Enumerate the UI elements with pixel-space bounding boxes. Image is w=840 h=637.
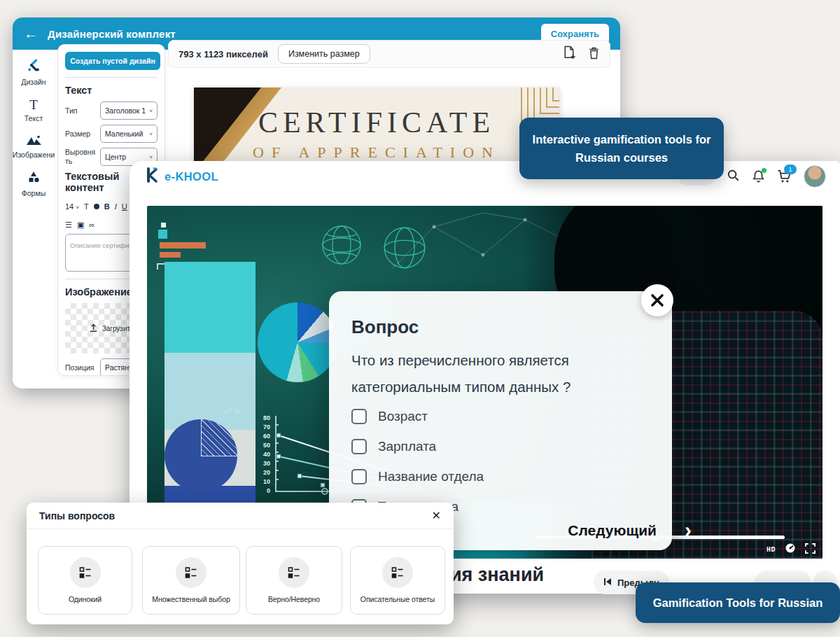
shapes-icon xyxy=(27,171,40,186)
cart-icon[interactable]: 1 xyxy=(777,169,792,183)
insert-image-icon[interactable]: ▣ xyxy=(77,218,84,232)
list-icon[interactable]: ☰ xyxy=(65,218,72,232)
checklist-icon xyxy=(391,566,404,579)
icon-circle xyxy=(382,557,413,588)
delete-page-icon[interactable] xyxy=(588,46,600,63)
cart-count-badge: 1 xyxy=(784,164,797,174)
search-icon[interactable] xyxy=(727,169,740,185)
knowledge-heading-fragment: ия знаний xyxy=(450,564,544,586)
create-blank-design-button[interactable]: Создать пустой дизайн xyxy=(65,52,160,70)
size-select[interactable]: Маленький ˅ xyxy=(100,125,158,143)
quiz-option[interactable]: Название отдела xyxy=(351,469,484,484)
quiz-title: Вопрос xyxy=(351,316,419,338)
question-types-header: Типы вопросов ✕ xyxy=(27,503,454,529)
checklist-icon xyxy=(185,566,197,579)
italic-button[interactable]: I xyxy=(115,200,117,214)
chevron-down-icon: ˅ xyxy=(149,154,153,160)
chevron-right-icon[interactable]: › xyxy=(685,519,692,540)
type-select[interactable]: Заголовок 1 ˅ xyxy=(100,102,158,120)
hd-quality-button[interactable]: HD xyxy=(766,546,776,554)
notifications-bell-icon[interactable] xyxy=(752,169,765,183)
chevron-down-icon: ˅ xyxy=(149,131,153,137)
sidebar-item-design[interactable]: Дизайн xyxy=(13,58,55,86)
skip-previous-icon xyxy=(603,578,612,588)
align-label: Выровнять xyxy=(65,148,96,165)
chevron-down-icon: ˅ xyxy=(149,108,153,114)
add-page-icon[interactable] xyxy=(562,46,575,63)
text-section-title: Текст xyxy=(65,85,158,96)
icon-circle xyxy=(70,557,101,588)
icon-circle xyxy=(176,557,206,588)
sidebar-item-text[interactable]: T Текст xyxy=(13,98,55,122)
text-color-icon[interactable] xyxy=(94,204,99,209)
blue-pie-chart-graphic xyxy=(164,419,237,492)
divider xyxy=(65,77,158,78)
canvas-size-label: 793 x 1123 пикселей xyxy=(178,49,268,59)
checkbox[interactable] xyxy=(351,439,367,454)
quiz-option[interactable]: Возраст xyxy=(351,409,484,424)
playback-speed-icon[interactable] xyxy=(785,542,796,556)
design-tools-icon xyxy=(27,58,41,75)
notification-dot xyxy=(762,168,766,173)
design-kit-title: Дизайнерский комплект xyxy=(48,28,176,40)
underline-button[interactable]: U xyxy=(122,200,127,214)
question-type-card-descriptive[interactable]: Описательные ответы xyxy=(350,546,445,615)
user-avatar[interactable] xyxy=(804,165,826,188)
ekhool-logo[interactable]: e-KHOOL xyxy=(144,167,218,186)
link-icon[interactable]: ∞ xyxy=(89,218,94,232)
question-type-card-single[interactable]: Одинокий xyxy=(38,546,132,615)
checkbox[interactable] xyxy=(351,409,367,424)
resize-button[interactable]: Изменить размер xyxy=(278,44,370,64)
quiz-options: Возраст Зарплата Название отдела Темпера… xyxy=(351,409,484,514)
text-style-button[interactable]: T xyxy=(84,200,89,214)
question-types-modal: Типы вопросов ✕ Одинокий Множественный в… xyxy=(27,503,454,624)
ekhool-header: e-KHOOL нием 1 xyxy=(130,161,840,192)
question-type-card-multiple[interactable]: Множественный выбор xyxy=(142,546,240,615)
checkbox[interactable] xyxy=(351,469,367,484)
design-sidebar: Дизайн T Текст Изображени Формы xyxy=(13,58,55,197)
type-label: Тип xyxy=(65,106,96,115)
icon-circle xyxy=(279,557,309,588)
globe-icon xyxy=(321,224,363,266)
callout-top: Interactive gamification tools for Russi… xyxy=(519,118,724,179)
back-arrow-icon[interactable]: ← xyxy=(24,27,38,41)
quiz-option[interactable]: Зарплата xyxy=(351,439,484,454)
quiz-close-button[interactable] xyxy=(641,284,673,316)
ekhool-logo-icon xyxy=(144,167,160,186)
sidebar-item-images[interactable]: Изображени xyxy=(13,134,55,159)
bold-button[interactable]: B xyxy=(104,200,110,214)
checklist-icon xyxy=(79,566,92,579)
video-controls: HD xyxy=(766,542,816,556)
next-button[interactable]: Следующий xyxy=(568,522,657,539)
canvas-toolbar: 793 x 1123 пикселей Изменить размер xyxy=(168,40,610,68)
pie-chart-graphic xyxy=(258,302,337,382)
fullscreen-icon[interactable] xyxy=(805,543,816,556)
font-size-select[interactable]: 14 ˅ xyxy=(65,200,79,214)
screenshot-stage: ← Дизайнерский комплект Сохранять Дизайн… xyxy=(0,0,840,637)
upload-icon xyxy=(89,323,98,334)
size-label: Размер xyxy=(65,130,96,139)
callout-bottom: Gamification Tools for Russian xyxy=(636,582,840,623)
quiz-question: Что из перечисленного является категориа… xyxy=(351,347,638,400)
sidebar-item-shapes[interactable]: Формы xyxy=(13,171,55,197)
checklist-icon xyxy=(288,566,300,579)
text-icon: T xyxy=(29,98,38,111)
ekhool-wordmark: e-KHOOL xyxy=(164,170,218,183)
question-types-title: Типы вопросов xyxy=(39,510,115,522)
position-label: Позиция xyxy=(65,363,96,372)
image-icon xyxy=(27,134,41,148)
close-icon[interactable]: ✕ xyxy=(432,510,441,522)
question-type-card-truefalse[interactable]: Верно/Неверно xyxy=(246,546,342,615)
